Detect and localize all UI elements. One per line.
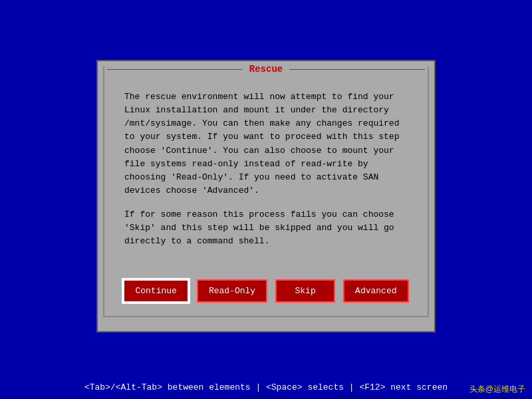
status-bar-text: <Tab>/<Alt-Tab> between elements | <Spac…: [84, 382, 448, 392]
dialog-title-bar: Rescue: [104, 61, 428, 77]
readonly-button[interactable]: Read-Only: [197, 279, 267, 303]
status-bar: <Tab>/<Alt-Tab> between elements | <Spac…: [0, 382, 532, 392]
continue-button[interactable]: Continue: [123, 279, 188, 303]
main-dialog: Rescue The rescue environment will now a…: [103, 66, 429, 317]
paragraph-2: If for some reason this process fails yo…: [124, 208, 408, 248]
skip-button[interactable]: Skip: [275, 279, 335, 303]
watermark: 头条@运维电子: [469, 384, 525, 395]
title-line-left: [107, 69, 243, 70]
advanced-button[interactable]: Advanced: [343, 279, 408, 303]
paragraph-1: The rescue environment will now attempt …: [124, 90, 408, 198]
dialog-buttons: Continue Read-Only Skip Advanced: [104, 273, 428, 316]
dialog-content: The rescue environment will now attempt …: [104, 84, 428, 273]
title-line-right: [289, 69, 425, 70]
dialog-title: Rescue: [245, 64, 287, 74]
